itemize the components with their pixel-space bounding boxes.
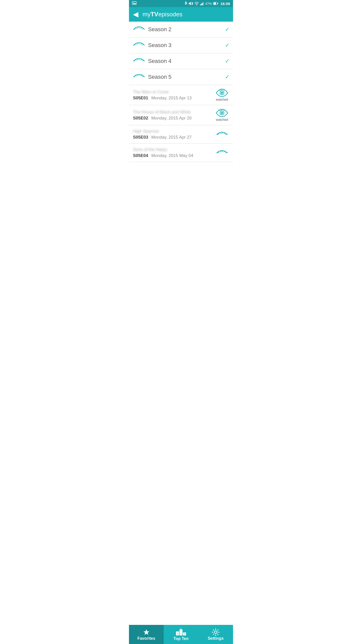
- status-time: 16:08: [220, 2, 230, 6]
- battery-icon: [213, 2, 218, 5]
- svg-rect-8: [201, 4, 202, 5]
- episode-code-s05e03: S05E03: [133, 135, 148, 140]
- season-3-chevron: ✓: [225, 42, 230, 49]
- svg-rect-7: [200, 4, 201, 5]
- back-button[interactable]: ◀: [133, 11, 139, 18]
- status-bar: 47% 16:08: [129, 0, 233, 7]
- season-row-5[interactable]: Season 5 ✓: [129, 69, 233, 85]
- episode-row-s05e02[interactable]: The House of Black and White S05E02 Mond…: [129, 105, 233, 125]
- eye-open-icon-s05e02: [216, 109, 228, 117]
- eye-closed-icon-s5: [132, 74, 146, 80]
- season-2-label: Season 2: [146, 26, 225, 33]
- eye-open-icon-s05e01: [216, 89, 228, 97]
- svg-marker-3: [189, 2, 191, 5]
- status-icons: 47% 16:08: [184, 1, 230, 6]
- episode-meta-s05e02: S05E02 Monday, 2015 Apr 20: [133, 116, 212, 121]
- episode-info-s05e03: High Sparrow S05E03 Monday, 2015 Apr 27: [133, 129, 212, 140]
- battery-percentage: 47%: [205, 2, 212, 6]
- episode-row-s05e03[interactable]: High Sparrow S05E03 Monday, 2015 Apr 27: [129, 125, 233, 144]
- svg-rect-10: [203, 2, 204, 5]
- svg-point-17: [221, 112, 223, 114]
- episode-code-s05e04: S05E04: [133, 153, 148, 158]
- episode-info-s05e04: Sons of the Harpy S05E04 Monday, 2015 Ma…: [133, 147, 212, 158]
- eye-closed-icon-s3: [132, 42, 146, 49]
- episode-info-s05e01: The Wars to Come S05E01 Monday, 2015 Apr…: [133, 90, 212, 101]
- episode-not-watched-s05e04[interactable]: [214, 150, 230, 155]
- svg-marker-1: [133, 3, 136, 4]
- episode-date-s05e04: Monday, 2015 May 04: [151, 153, 193, 158]
- season-list: Season 2 ✓ Season 3 ✓ Season 4 ✓: [129, 22, 233, 182]
- episode-date-s05e01: Monday, 2015 Apr 13: [151, 96, 192, 100]
- svg-point-6: [196, 5, 197, 6]
- watched-label-s05e01: watched: [216, 98, 228, 101]
- eye-closed-icon-s05e03: [216, 132, 228, 137]
- mute-icon: [189, 1, 193, 6]
- svg-rect-13: [217, 3, 218, 4]
- episode-watched-s05e02[interactable]: watched: [214, 109, 230, 122]
- episode-meta-s05e04: S05E04 Monday, 2015 May 04: [133, 153, 212, 158]
- wifi-icon: [194, 2, 199, 5]
- season-3-label: Season 3: [146, 42, 225, 49]
- eye-closed-icon-s2: [132, 26, 146, 33]
- svg-rect-9: [202, 3, 203, 5]
- season-2-chevron: ✓: [225, 26, 230, 33]
- season-5-label: Season 5: [146, 74, 225, 80]
- season-4-chevron: ✓: [225, 58, 230, 64]
- episode-row-s05e01[interactable]: The Wars to Come S05E01 Monday, 2015 Apr…: [129, 85, 233, 105]
- season-row-3[interactable]: Season 3 ✓: [129, 37, 233, 53]
- status-icon-image: [132, 1, 137, 6]
- episode-info-s05e02: The House of Black and White S05E02 Mond…: [133, 110, 212, 121]
- season-4-label: Season 4: [146, 58, 225, 64]
- episode-not-watched-s05e03[interactable]: [214, 132, 230, 137]
- app-title: myTVepisodes: [143, 11, 183, 18]
- svg-point-2: [133, 2, 134, 3]
- episode-watched-s05e01[interactable]: watched: [214, 89, 230, 101]
- episode-row-s05e04[interactable]: Sons of the Harpy S05E04 Monday, 2015 Ma…: [129, 144, 233, 162]
- signal-icon: [200, 2, 204, 5]
- episode-code-s05e01: S05E01: [133, 96, 148, 100]
- season-row-2[interactable]: Season 2 ✓: [129, 22, 233, 37]
- season-5-chevron: ✓: [225, 74, 230, 80]
- episode-title-s05e02: The House of Black and White: [133, 110, 212, 115]
- watched-label-s05e02: watched: [216, 118, 228, 122]
- episode-meta-s05e01: S05E01 Monday, 2015 Apr 13: [133, 96, 212, 101]
- eye-closed-icon-s05e04: [216, 150, 228, 155]
- episode-meta-s05e03: S05E03 Monday, 2015 Apr 27: [133, 135, 212, 140]
- season-row-4[interactable]: Season 4 ✓: [129, 53, 233, 69]
- episode-date-s05e02: Monday, 2015 Apr 20: [151, 116, 192, 120]
- episode-code-s05e02: S05E02: [133, 116, 148, 120]
- episode-title-s05e04: Sons of the Harpy: [133, 147, 212, 152]
- episode-title-s05e03: High Sparrow: [133, 129, 212, 134]
- episode-title-s05e01: The Wars to Come: [133, 90, 212, 95]
- svg-point-15: [221, 92, 223, 94]
- episode-date-s05e03: Monday, 2015 Apr 27: [151, 135, 192, 140]
- app-bar: ◀ myTVepisodes: [129, 7, 233, 22]
- bluetooth-icon: [184, 1, 187, 6]
- eye-closed-icon-s4: [132, 58, 146, 64]
- svg-rect-12: [214, 3, 216, 5]
